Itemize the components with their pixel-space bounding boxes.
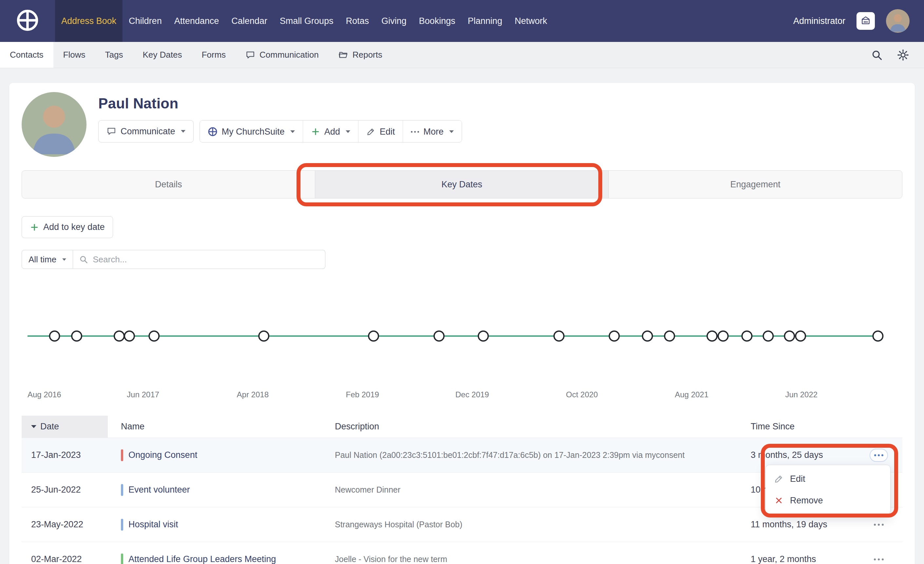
- sub-nav-item-forms[interactable]: Forms: [192, 42, 236, 68]
- context-menu-label: Edit: [790, 474, 806, 484]
- chat-bubble-icon: [245, 50, 255, 60]
- column-header-label: Date: [40, 422, 59, 432]
- sub-nav-label: Key Dates: [142, 50, 182, 60]
- key-date-date: 25-Jun-2022: [22, 485, 108, 495]
- user-avatar[interactable]: [886, 9, 910, 33]
- row-menu-button[interactable]: [874, 553, 884, 564]
- column-header-time-since: Time Since: [751, 422, 855, 432]
- top-nav-label: Children: [129, 16, 162, 26]
- key-date-color-bar: [121, 449, 123, 461]
- key-date-name-cell: Attended Life Group Leaders Meeting: [108, 554, 335, 564]
- top-nav-label: Planning: [468, 16, 502, 26]
- top-nav-item-network[interactable]: Network: [508, 0, 554, 42]
- top-nav-label: Small Groups: [280, 16, 333, 26]
- sub-nav-item-communication[interactable]: Communication: [236, 42, 328, 68]
- svg-text:Aug 2021: Aug 2021: [675, 390, 709, 399]
- key-date-description: Paul Nation (2a00:23c3:5101:be01:2cbf:7f…: [335, 450, 751, 460]
- row-menu-button-active[interactable]: [870, 449, 888, 462]
- key-date-link[interactable]: Attended Life Group Leaders Meeting: [129, 554, 276, 564]
- key-date-name-cell: Ongoing Consent: [108, 449, 335, 461]
- top-nav-label: Network: [515, 16, 547, 26]
- ellipsis-icon: [411, 131, 419, 133]
- profile-photo[interactable]: [22, 92, 87, 157]
- key-date-description: Joelle - Vision for the new term: [335, 555, 751, 564]
- row-actions: [855, 553, 902, 564]
- svg-text:Dec 2019: Dec 2019: [456, 390, 489, 399]
- sub-nav-item-contacts[interactable]: Contacts: [0, 42, 53, 68]
- sub-nav-label: Flows: [63, 50, 86, 60]
- key-date-description: Strangeways Hospital (Pastor Bob): [335, 520, 751, 529]
- sub-nav-item-flows[interactable]: Flows: [53, 42, 95, 68]
- tab-details[interactable]: Details: [22, 171, 315, 198]
- svg-text:Jun 2022: Jun 2022: [785, 390, 818, 399]
- settings-gear-icon[interactable]: [897, 49, 909, 61]
- column-header-date[interactable]: Date: [22, 416, 108, 438]
- top-nav-item-children[interactable]: Children: [123, 0, 168, 42]
- sort-descending-icon: [31, 425, 36, 428]
- my-churchsuite-button[interactable]: My ChurchSuite: [200, 121, 303, 142]
- profile-header: Paul Nation Communicate: [22, 92, 902, 157]
- top-nav-item-planning[interactable]: Planning: [462, 0, 508, 42]
- key-date-link[interactable]: Ongoing Consent: [129, 450, 197, 460]
- chevron-down-icon: [181, 130, 186, 133]
- table-row: 02-Mar-2022 Attended Life Group Leaders …: [22, 542, 902, 564]
- more-label: More: [423, 127, 444, 137]
- top-nav-label: Attendance: [174, 16, 219, 26]
- profile-tabs: Details Key Dates Engagement: [22, 170, 902, 199]
- top-nav-item-calendar[interactable]: Calendar: [225, 0, 274, 42]
- date-range-select[interactable]: All time: [22, 250, 73, 269]
- edit-button[interactable]: Edit: [358, 121, 403, 142]
- svg-text:Apr 2018: Apr 2018: [237, 390, 268, 399]
- sub-nav-item-reports[interactable]: Reports: [328, 42, 392, 68]
- key-dates-filters: All time: [22, 250, 902, 269]
- page-title: Paul Nation: [98, 95, 462, 112]
- chevron-down-icon: [62, 259, 66, 261]
- more-button[interactable]: More: [403, 121, 462, 142]
- row-context-menu: Edit Remove: [765, 465, 891, 515]
- sub-nav-label: Contacts: [10, 50, 44, 60]
- user-role-label[interactable]: Administrator: [793, 16, 845, 26]
- chevron-down-icon: [346, 130, 350, 133]
- key-date-link[interactable]: Hospital visit: [129, 519, 178, 530]
- top-nav-item-small-groups[interactable]: Small Groups: [274, 0, 340, 42]
- top-nav-item-bookings[interactable]: Bookings: [412, 0, 461, 42]
- sub-nav-label: Reports: [352, 50, 382, 60]
- context-menu-remove[interactable]: Remove: [766, 490, 890, 511]
- add-button[interactable]: Add: [303, 121, 358, 142]
- key-date-time-since: 3 months, 25 days: [751, 450, 855, 460]
- row-menu-button[interactable]: [874, 518, 884, 531]
- churchsuite-logo[interactable]: [0, 0, 55, 42]
- tab-key-dates[interactable]: Key Dates: [315, 171, 609, 198]
- pencil-icon: [366, 127, 375, 136]
- search-icon[interactable]: [871, 49, 883, 61]
- key-dates-timeline: Aug 2016Jun 2017Apr 2018Feb 2019Dec 2019…: [22, 275, 902, 409]
- top-nav-label: Address Book: [61, 16, 116, 26]
- key-date-link[interactable]: Event volunteer: [129, 485, 190, 495]
- key-date-time-since: 11 months, 19 days: [751, 519, 855, 530]
- add-to-key-date-button[interactable]: Add to key date: [22, 216, 113, 238]
- column-header-description: Description: [335, 422, 751, 432]
- top-nav-item-address-book[interactable]: Address Book: [55, 0, 123, 42]
- churchsuite-logo-icon: [208, 127, 218, 136]
- organisation-button[interactable]: [856, 12, 875, 30]
- add-label: Add: [324, 127, 340, 137]
- key-date-color-bar: [121, 484, 123, 496]
- key-date-date: 17-Jan-2023: [22, 450, 108, 460]
- tab-engagement[interactable]: Engagement: [609, 171, 902, 198]
- search-input[interactable]: [92, 254, 319, 265]
- sub-nav-label: Communication: [260, 50, 319, 60]
- key-date-name-cell: Event volunteer: [108, 484, 335, 496]
- top-nav-item-rotas[interactable]: Rotas: [339, 0, 375, 42]
- communicate-button[interactable]: Communicate: [98, 120, 194, 142]
- tab-label: Details: [155, 180, 182, 190]
- top-nav-item-giving[interactable]: Giving: [375, 0, 413, 42]
- profile-actions: Communicate My ChurchSuite: [98, 120, 462, 142]
- sub-nav-item-key-dates[interactable]: Key Dates: [133, 42, 192, 68]
- context-menu-edit[interactable]: Edit: [766, 468, 890, 490]
- top-nav-label: Calendar: [231, 16, 267, 26]
- top-nav-label: Giving: [381, 16, 406, 26]
- key-date-time-since: 1 year, 2 months: [751, 554, 855, 564]
- row-actions: [855, 518, 902, 531]
- top-nav-item-attendance[interactable]: Attendance: [168, 0, 225, 42]
- sub-nav-item-tags[interactable]: Tags: [95, 42, 133, 68]
